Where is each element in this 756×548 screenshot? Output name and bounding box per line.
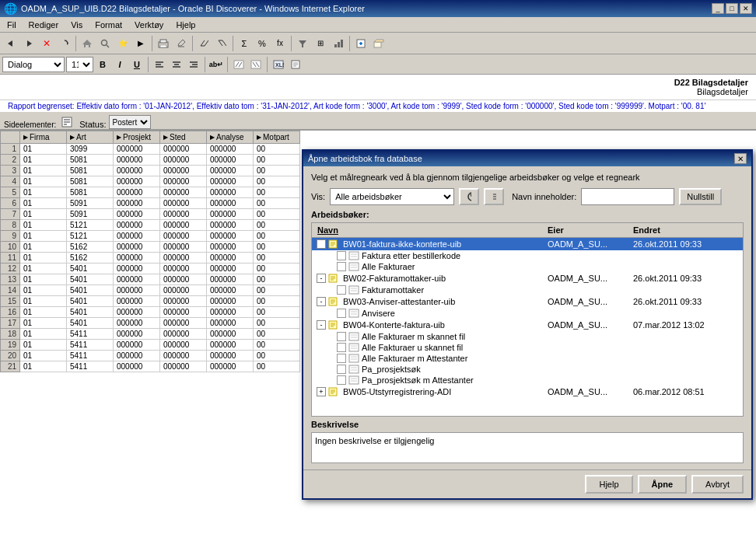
tree-sheet-item[interactable]: Fakturamottaker bbox=[312, 284, 743, 295]
dialog-title: Åpne arbeidsbok fra database bbox=[308, 154, 422, 163]
tree-sheet-item[interactable]: Pa_prosjektsøk bbox=[312, 364, 743, 375]
tree-header: Navn Eier Endret bbox=[312, 223, 743, 238]
tree-sheet-item[interactable]: Alle Fakturaer m Attestanter bbox=[312, 353, 743, 364]
dialog-description: Velg et målregneark ved å bla gjennom ti… bbox=[311, 173, 744, 182]
tree-sheet-item[interactable]: Pa_prosjektsøk m Attestanter bbox=[312, 375, 743, 386]
vis-label: Vis: bbox=[311, 192, 325, 201]
tree-col-owner[interactable]: Eier bbox=[545, 225, 631, 236]
tree-workbook-item[interactable]: - BW02-Fakturamottaker-uib OADM_A_SU... … bbox=[312, 272, 743, 284]
svg-rect-92 bbox=[349, 365, 359, 373]
description-label: Beskrivelse bbox=[311, 420, 744, 429]
tree-workbook-item[interactable]: - BW01-faktura-ikke-konterte-uib OADM_A_… bbox=[312, 238, 743, 250]
tree-items[interactable]: - BW01-faktura-ikke-konterte-uib OADM_A_… bbox=[312, 238, 743, 398]
sort-workbooks-button[interactable] bbox=[484, 188, 504, 205]
dialog-title-bar: Åpne arbeidsbok fra database ✕ bbox=[303, 151, 751, 166]
description-box: Ingen beskrivelse er tilgjengelig bbox=[311, 432, 744, 463]
svg-rect-62 bbox=[349, 263, 359, 271]
description-text: Ingen beskrivelse er tilgjengelig bbox=[315, 436, 434, 445]
svg-rect-76 bbox=[349, 309, 359, 317]
svg-marker-51 bbox=[471, 194, 471, 197]
svg-rect-83 bbox=[349, 333, 359, 340]
tree-workbook-item[interactable]: + BW05-Utstyrregistrering-ADI OADM_A_SU.… bbox=[312, 386, 743, 398]
name-contains-input[interactable] bbox=[581, 188, 674, 205]
tree-sheet-item[interactable]: Alle Fakturaer bbox=[312, 261, 743, 272]
tree-workbook-item[interactable]: - BW03-Anviser-attestanter-uib OADM_A_SU… bbox=[312, 295, 743, 308]
tree-workbook-item[interactable]: - BW04-Konterte-faktura-uib OADM_A_SU...… bbox=[312, 319, 743, 331]
svg-rect-95 bbox=[349, 376, 359, 384]
tree-sheet-item[interactable]: Faktura etter bestillerkode bbox=[312, 250, 743, 261]
workbooks-label: Arbeidsbøker: bbox=[311, 210, 744, 219]
tree-col-name[interactable]: Navn bbox=[315, 225, 545, 236]
svg-rect-86 bbox=[349, 344, 359, 351]
name-contains-label: Navn inneholder: bbox=[512, 192, 576, 201]
vis-select[interactable]: Alle arbeidsbøker bbox=[330, 188, 454, 205]
svg-rect-59 bbox=[349, 252, 359, 260]
tree-sheet-item[interactable]: Alle Fakturaer m skannet fil bbox=[312, 331, 743, 342]
dialog-footer: Hjelp Åpne Avbryt bbox=[303, 469, 751, 498]
dialog-overlay: Åpne arbeidsbok fra database ✕ Velg et m… bbox=[0, 0, 756, 548]
svg-rect-89 bbox=[349, 354, 359, 362]
workbooks-tree[interactable]: Navn Eier Endret - BW01-faktura-ikke-kon… bbox=[311, 222, 744, 417]
tree-sheet-item[interactable]: Alle Fakturaer u skannet fil bbox=[312, 342, 743, 353]
refresh-workbooks-button[interactable] bbox=[459, 188, 479, 205]
cancel-button[interactable]: Avbryt bbox=[691, 475, 744, 494]
open-workbook-dialog: Åpne arbeidsbok fra database ✕ Velg et m… bbox=[302, 149, 753, 500]
vis-row: Vis: Alle arbeidsbøker Navn inneholder: … bbox=[311, 188, 744, 205]
open-button[interactable]: Åpne bbox=[638, 475, 688, 494]
reset-button[interactable]: Nullstill bbox=[679, 188, 722, 205]
svg-rect-69 bbox=[349, 286, 359, 294]
tree-col-modified[interactable]: Endret bbox=[631, 225, 740, 236]
dialog-close-button[interactable]: ✕ bbox=[734, 153, 747, 164]
tree-sheet-item[interactable]: Anvisere bbox=[312, 308, 743, 319]
help-button[interactable]: Hjelp bbox=[585, 475, 632, 494]
